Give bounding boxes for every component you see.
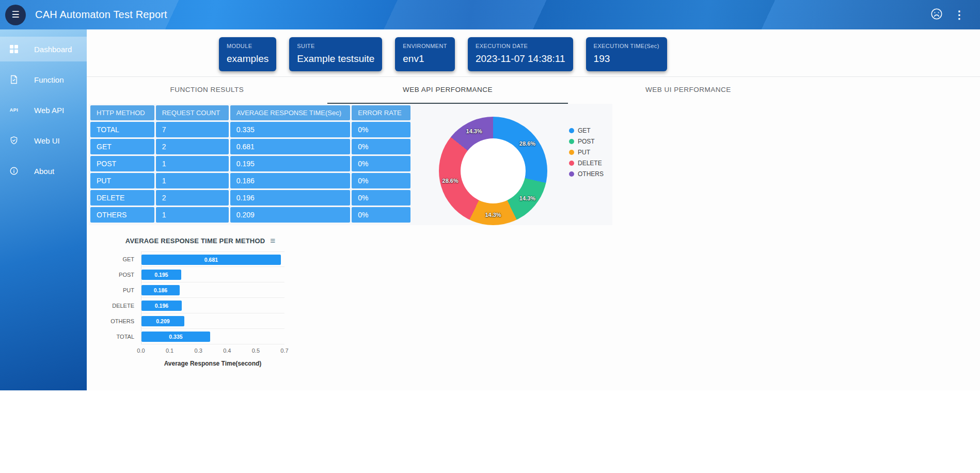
donut-slice-label-get: 28.6%: [519, 140, 535, 147]
donut-slice-label-delete: 28.6%: [442, 178, 459, 184]
table-header-cell: ERROR RATE: [352, 105, 410, 120]
sidebar-item-function[interactable]: Function: [0, 67, 87, 92]
hamburger-icon: ☰: [11, 9, 19, 20]
table-cell: 0.209: [230, 207, 351, 223]
table-row: GET20.6810%: [90, 139, 410, 154]
legend-item-put[interactable]: PUT: [569, 147, 604, 157]
bar-x-axis-label: Average Response Time(second): [141, 360, 284, 367]
tab-web-api-performance[interactable]: WEB API PERFORMANCE: [327, 77, 568, 104]
sidebar-item-web-ui[interactable]: Web UI: [0, 128, 87, 153]
kebab-menu-icon: ⋮: [954, 9, 965, 20]
kebab-menu-button[interactable]: ⋮: [948, 4, 971, 26]
info-card-value: env1: [403, 53, 447, 65]
bar-track: 0.335: [141, 329, 284, 344]
hamburger-menu-button[interactable]: ☰: [5, 5, 26, 25]
table-header-cell: HTTP METHOD: [90, 105, 154, 120]
webui-shield-icon: [8, 135, 20, 146]
api-performance-table: HTTP METHODREQUEST COUNTAVERAGE RESPONSE…: [89, 104, 412, 224]
sidebar-item-label: Web API: [34, 106, 64, 115]
legend-item-others[interactable]: OTHERS: [569, 168, 604, 179]
bar-track: 0.186: [141, 282, 284, 298]
legend-item-post[interactable]: POST: [569, 136, 604, 147]
bar-category-label: TOTAL: [110, 329, 141, 344]
table-cell: 0.186: [230, 173, 351, 188]
table-cell: 0%: [352, 156, 410, 171]
info-card-execution-time-sec-: EXECUTION TIME(Sec)193: [586, 37, 667, 71]
donut-hole: [461, 138, 526, 203]
bar-category-label: GET: [110, 251, 141, 267]
bar-row-others: OTHERS0.209: [110, 313, 291, 329]
table-row: DELETE20.1960%: [90, 190, 410, 206]
bar-row-get: GET0.681: [110, 251, 291, 267]
table-header-cell: REQUEST COUNT: [156, 105, 229, 120]
table-cell: 0%: [352, 207, 410, 223]
info-card-value: 193: [594, 53, 659, 65]
table-row: PUT10.1860%: [90, 173, 410, 188]
legend-color-dot: [569, 161, 574, 166]
table-cell: TOTAL: [90, 122, 154, 137]
table-cell: 0%: [352, 190, 410, 206]
app-shell: DashboardFunctionAPIWeb APIWeb UIAbout M…: [0, 29, 980, 390]
bar-category-label: POST: [110, 267, 141, 282]
donut-slice-label-post: 14.3%: [519, 195, 535, 201]
main-content: MODULEexamplesSUITEExample testsuiteENVI…: [87, 29, 980, 390]
bar-fill: 0.186: [141, 285, 180, 295]
info-card-module: MODULEexamples: [219, 37, 276, 71]
table-cell: 0.335: [230, 122, 351, 137]
sidebar-item-about[interactable]: About: [0, 159, 87, 183]
table-cell: POST: [90, 156, 154, 171]
bar-rows: GET0.681POST0.195PUT0.186DELETE0.196OTHE…: [110, 251, 291, 344]
bar-fill: 0.196: [141, 301, 182, 311]
table-row: TOTAL70.3350%: [90, 122, 410, 137]
bar-chart-title: AVERAGE RESPONSE TIME PER METHOD: [125, 237, 265, 245]
sad-face-button[interactable]: [925, 4, 948, 26]
chart-menu-icon[interactable]: ≡: [270, 236, 275, 245]
info-card-value: examples: [227, 53, 268, 65]
topbar: ☰ CAH Automaton Test Report ⋮: [0, 0, 980, 29]
table-cell: 0.195: [230, 156, 351, 171]
table-row: POST10.1950%: [90, 156, 410, 171]
sidebar: DashboardFunctionAPIWeb APIWeb UIAbout: [0, 29, 87, 390]
api-text-icon: API: [8, 104, 20, 116]
donut-chart-block: 28.6%14.3%14.3%28.6%14.3% GETPOSTPUTDELE…: [439, 104, 604, 225]
info-card-execution-date: EXECUTION DATE2023-11-07 14:38:11: [468, 37, 573, 71]
api-table-head: HTTP METHODREQUEST COUNTAVERAGE RESPONSE…: [90, 105, 410, 120]
info-cards: MODULEexamplesSUITEExample testsuiteENVI…: [87, 29, 980, 77]
x-tick-label: 0.0: [137, 348, 145, 354]
legend-label: OTHERS: [578, 170, 604, 178]
app-title: CAH Automaton Test Report: [35, 9, 167, 21]
table-cell: 0.681: [230, 139, 351, 154]
x-tick-label: 0.4: [223, 348, 231, 354]
bar-fill: 0.209: [141, 316, 184, 326]
sidebar-item-web-api[interactable]: APIWeb API: [0, 98, 87, 122]
info-circle-icon: [8, 165, 20, 177]
bar-track: 0.196: [141, 298, 284, 313]
dashboard-grid-icon: [8, 43, 20, 55]
x-tick-label: 0.1: [166, 348, 173, 354]
info-card-label: EXECUTION DATE: [476, 43, 565, 49]
sidebar-item-dashboard[interactable]: Dashboard: [0, 37, 87, 61]
bar-row-put: PUT0.186: [110, 282, 291, 298]
legend-label: POST: [578, 138, 595, 145]
legend-item-delete[interactable]: DELETE: [569, 157, 604, 168]
legend-item-get[interactable]: GET: [569, 125, 604, 136]
table-row: OTHERS10.2090%: [90, 207, 410, 223]
x-tick-label: 0.7: [280, 348, 288, 354]
bar-fill: 0.681: [141, 255, 281, 265]
tabs: FUNCTION RESULTSWEB API PERFORMANCEWEB U…: [87, 77, 809, 104]
sidebar-item-label: Web UI: [34, 136, 60, 145]
legend-color-dot: [569, 150, 574, 155]
x-tick-label: 0.5: [252, 348, 260, 354]
tab-web-ui-performance[interactable]: WEB UI PERFORMANCE: [568, 77, 809, 104]
bar-row-post: POST0.195: [110, 267, 291, 282]
bar-chart-header: AVERAGE RESPONSE TIME PER METHOD ≡: [110, 236, 291, 245]
info-card-label: ENVIRONMENT: [403, 43, 447, 49]
tab-function-results[interactable]: FUNCTION RESULTS: [87, 77, 327, 104]
bar-fill: 0.195: [141, 270, 181, 280]
sidebar-items: DashboardFunctionAPIWeb APIWeb UIAbout: [0, 37, 87, 183]
table-cell: 0%: [352, 173, 410, 188]
donut-chart: 28.6%14.3%14.3%28.6%14.3%: [439, 117, 547, 225]
bar-track: 0.209: [141, 313, 284, 329]
legend-color-dot: [569, 171, 574, 177]
table-cell: 0.196: [230, 190, 351, 206]
